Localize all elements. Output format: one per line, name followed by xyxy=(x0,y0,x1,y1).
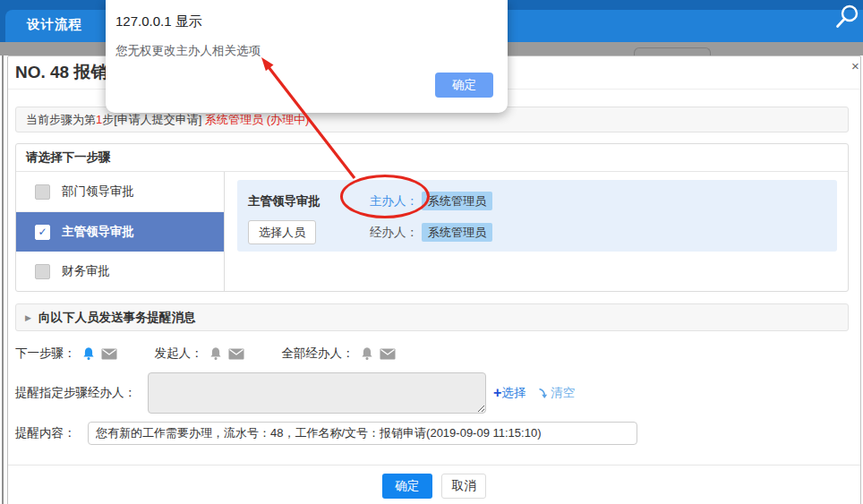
target-initiator: 发起人： xyxy=(155,346,244,362)
alert-title: 127.0.0.1 显示 xyxy=(106,0,508,30)
tab-design-flow-label: 设计流程 xyxy=(27,16,82,33)
clear-link-wrap[interactable]: 清空 xyxy=(537,385,575,401)
step-option-label: 部门领导审批 xyxy=(62,184,134,200)
current-step-text: 当前步骤为第 xyxy=(26,113,96,126)
notify-section-title: 向以下人员发送事务提醒消息 xyxy=(38,311,196,324)
target-label: 全部经办人： xyxy=(282,346,355,362)
select-link[interactable]: 选择 xyxy=(501,385,525,401)
current-step-name: 步[申请人提交申请] xyxy=(102,113,205,126)
assign-agent-label: 提醒指定步骤经办人： xyxy=(15,385,148,401)
step-option-chief-leader[interactable]: ✓ 主管领导审批 xyxy=(16,212,224,252)
selected-step-detail-box: 主管领导审批 主办人： 系统管理员 选择人员 经办人： 系统管理员 xyxy=(237,180,837,252)
target-next-step: 下一步骤： xyxy=(15,346,117,362)
bell-icon[interactable] xyxy=(209,346,222,361)
agent-label: 经办人： xyxy=(370,226,418,239)
owner-link[interactable]: 主办人： xyxy=(370,194,418,208)
collapse-triangle-icon: ▶ xyxy=(25,313,31,322)
search-icon[interactable] xyxy=(833,4,860,32)
workflow-dialog: NO. 48 报销 × 当前步骤为第1步[申请人提交申请] 系统管理员 (办理中… xyxy=(7,56,861,504)
selected-step-name: 主管领导审批 xyxy=(248,194,320,208)
cancel-button[interactable]: 取消 xyxy=(441,474,486,499)
close-icon[interactable]: × xyxy=(851,58,863,73)
checkbox-unchecked-icon[interactable] xyxy=(35,264,50,279)
step-option-dept-leader[interactable]: 部门领导审批 xyxy=(16,172,224,212)
selected-step-detail: 主管领导审批 主办人： 系统管理员 选择人员 经办人： 系统管理员 xyxy=(225,172,848,291)
remind-content-row: 提醒内容： xyxy=(15,422,860,445)
target-all-agents: 全部经办人： xyxy=(282,346,396,362)
bell-icon[interactable] xyxy=(361,346,373,361)
mail-icon[interactable] xyxy=(228,348,244,360)
bell-icon[interactable] xyxy=(82,346,95,361)
remind-content-input[interactable] xyxy=(88,422,637,445)
notify-section-header[interactable]: ▶向以下人员发送事务提醒消息 xyxy=(15,303,849,331)
confirm-button[interactable]: 确定 xyxy=(382,474,432,499)
modal-footer: 确定 取消 xyxy=(8,466,860,499)
remind-content-label: 提醒内容： xyxy=(15,425,88,441)
agent-person-chip: 系统管理员 xyxy=(422,223,492,242)
next-step-list: 部门领导审批 ✓ 主管领导审批 财务审批 xyxy=(16,172,225,291)
mail-icon[interactable] xyxy=(380,348,396,360)
alert-ok-button[interactable]: 确定 xyxy=(435,73,493,98)
page-edge-line xyxy=(2,56,4,504)
owner-person-chip: 系统管理员 xyxy=(422,192,492,210)
mail-icon[interactable] xyxy=(101,348,117,360)
step-option-label: 财务审批 xyxy=(62,263,110,279)
browser-alert-dialog: 127.0.0.1 显示 您无权更改主办人相关选项 确定 xyxy=(106,0,508,113)
current-step-handler: 系统管理员 (办理中) xyxy=(205,113,309,126)
next-step-panel: 请选择下一步骤 部门领导审批 ✓ 主管领导审批 财务审批 xyxy=(15,143,849,292)
plus-icon: + xyxy=(493,385,501,401)
step-option-finance[interactable]: 财务审批 xyxy=(16,252,224,291)
target-label: 发起人： xyxy=(155,346,203,362)
select-person-button[interactable]: 选择人员 xyxy=(248,220,316,244)
clear-link[interactable]: 清空 xyxy=(551,385,575,401)
assign-agent-textarea[interactable] xyxy=(148,372,486,414)
alert-message: 您无权更改主办人相关选项 xyxy=(106,30,508,59)
notify-targets-row: 下一步骤： 发起人： 全部经办人： xyxy=(15,343,860,364)
clear-arrow-icon xyxy=(537,388,549,399)
target-label: 下一步骤： xyxy=(15,346,76,362)
step-option-label: 主管领导审批 xyxy=(62,224,134,240)
checkbox-checked-icon[interactable]: ✓ xyxy=(35,225,50,240)
assign-agent-row: 提醒指定步骤经办人： + 选择 清空 xyxy=(15,372,860,414)
checkbox-unchecked-icon[interactable] xyxy=(35,184,50,200)
next-step-panel-header: 请选择下一步骤 xyxy=(16,144,848,172)
